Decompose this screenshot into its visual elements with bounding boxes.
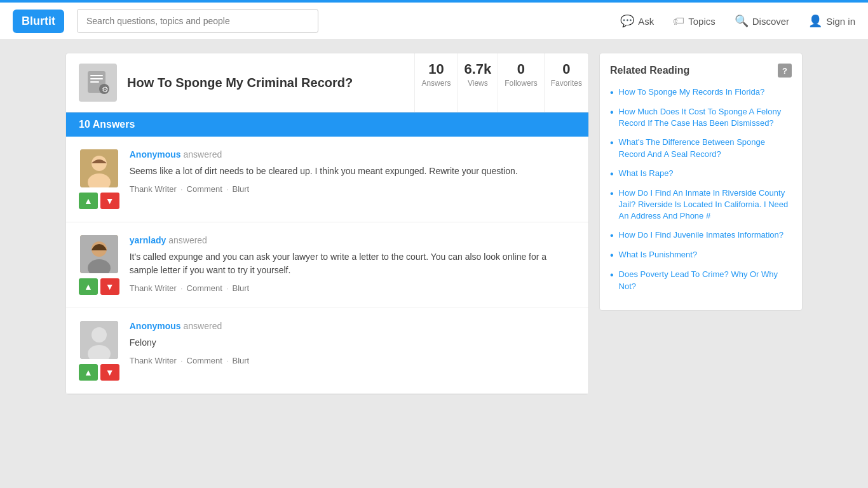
stat-followers: 0 Followers	[498, 53, 544, 112]
answer-meta-3: Anonymous answered	[130, 321, 576, 331]
list-item: • What's The Difference Between Sponge R…	[610, 137, 792, 159]
list-item: • How To Sponge My Records In Florida?	[610, 86, 792, 98]
thank-writer-2[interactable]: Thank Writer	[130, 283, 177, 293]
answer-left-2: ▲ ▼	[79, 235, 119, 295]
bullet-5: •	[610, 188, 614, 200]
comment-2[interactable]: Comment	[187, 283, 222, 293]
blurt-3[interactable]: Blurt	[233, 356, 250, 365]
avatar	[80, 235, 118, 273]
vote-buttons-2: ▲ ▼	[79, 278, 119, 295]
table-row: ▲ ▼ Anonymous answered Seems like a lot …	[66, 137, 588, 222]
related-link-4[interactable]: What Is Rape?	[619, 168, 674, 179]
topics-icon: 🏷	[673, 15, 684, 28]
answer-content-3: Anonymous answered Felony Thank Writer ·…	[130, 321, 576, 381]
nav-discover-label: Discover	[752, 16, 789, 27]
bullet-3: •	[610, 137, 614, 149]
table-row: ▲ ▼ Anonymous answered Felony Thank Writ…	[66, 308, 588, 394]
answer-meta-2: yarnlady answered	[130, 235, 576, 245]
bullet-7: •	[610, 250, 614, 261]
sidebar-title: Related Reading	[610, 65, 689, 76]
bullet-4: •	[610, 168, 614, 180]
header: Blurtit 💬 Ask 🏷 Topics 🔍 Discover 👤 Sign…	[0, 3, 868, 40]
related-link-3[interactable]: What's The Difference Between Sponge Rec…	[619, 137, 792, 159]
question-panel: ⚙ How To Sponge My Criminal Record? 10 A…	[65, 53, 589, 395]
related-link-5[interactable]: How Do I Find An Inmate In Riverside Cou…	[619, 187, 792, 222]
vote-buttons-1: ▲ ▼	[79, 193, 119, 209]
answer-text-3: Felony	[130, 336, 576, 349]
answers-count: 10	[421, 61, 451, 78]
help-icon[interactable]: ?	[778, 64, 792, 78]
list-item: • How Do I Find Juvenile Inmates Informa…	[610, 229, 792, 241]
favorites-label: Favorites	[551, 79, 582, 88]
comment-1[interactable]: Comment	[187, 184, 222, 194]
nav-links: 💬 Ask 🏷 Topics 🔍 Discover 👤 Sign in	[620, 14, 855, 28]
svg-text:⚙: ⚙	[102, 85, 109, 94]
answers-header: 10 Answers	[66, 112, 588, 137]
vote-down-1[interactable]: ▼	[100, 193, 119, 209]
bullet-6: •	[610, 230, 614, 241]
answer-text-1: Seems like a lot of dirt needs to be cle…	[130, 165, 576, 178]
nav-topics[interactable]: 🏷 Topics	[673, 15, 715, 28]
comment-3[interactable]: Comment	[187, 356, 222, 365]
answer-author-2[interactable]: yarnlady	[130, 235, 166, 245]
bullet-1: •	[610, 87, 614, 98]
answer-verb-1: answered	[184, 149, 222, 159]
logo[interactable]: Blurtit	[13, 10, 64, 33]
related-link-1[interactable]: How To Sponge My Records In Florida?	[619, 86, 765, 98]
vote-up-2[interactable]: ▲	[79, 278, 98, 295]
vote-down-2[interactable]: ▼	[100, 278, 119, 295]
followers-count: 0	[505, 61, 537, 78]
vote-up-3[interactable]: ▲	[79, 364, 98, 381]
avatar	[80, 149, 118, 187]
svg-rect-1	[90, 75, 103, 76]
answer-meta-1: Anonymous answered	[130, 149, 576, 159]
avatar	[80, 321, 118, 359]
nav-discover[interactable]: 🔍 Discover	[735, 14, 789, 28]
answer-verb-3: answered	[184, 321, 222, 331]
answers-label: Answers	[421, 79, 451, 88]
blurt-2[interactable]: Blurt	[233, 283, 250, 293]
list-item: • Does Poverty Lead To Crime? Why Or Why…	[610, 269, 792, 292]
answer-content-2: yarnlady answered It's called expunge an…	[130, 235, 576, 295]
thank-writer-3[interactable]: Thank Writer	[130, 356, 177, 365]
related-link-6[interactable]: How Do I Find Juvenile Inmates Informati…	[619, 229, 783, 241]
question-icon: ⚙	[79, 64, 117, 102]
answer-author-1[interactable]: Anonymous	[130, 149, 181, 159]
answers-header-text: 10 Answers	[79, 119, 135, 130]
nav-ask-label: Ask	[638, 16, 654, 27]
followers-label: Followers	[505, 79, 537, 88]
question-main-header: ⚙ How To Sponge My Criminal Record? 10 A…	[66, 53, 588, 112]
svg-rect-2	[90, 78, 103, 79]
list-item: • How Do I Find An Inmate In Riverside C…	[610, 187, 792, 222]
favorites-count: 0	[551, 61, 582, 78]
vote-up-1[interactable]: ▲	[79, 193, 98, 209]
stat-answers: 10 Answers	[415, 53, 458, 112]
nav-signin-label: Sign in	[826, 16, 855, 27]
list-item: • What Is Punishment?	[610, 249, 792, 261]
bullet-8: •	[610, 269, 614, 281]
answer-content-1: Anonymous answered Seems like a lot of d…	[130, 149, 576, 209]
answer-actions-1: Thank Writer · Comment · Blurt	[130, 184, 576, 194]
table-row: ▲ ▼ yarnlady answered It's called expung…	[66, 222, 588, 308]
answer-actions-2: Thank Writer · Comment · Blurt	[130, 283, 576, 293]
sidebar-header: Related Reading ?	[610, 64, 792, 78]
vote-down-3[interactable]: ▼	[100, 364, 119, 381]
related-list: • How To Sponge My Records In Florida? •…	[610, 86, 792, 292]
question-title: How To Sponge My Criminal Record?	[127, 76, 353, 90]
blurt-1[interactable]: Blurt	[233, 184, 250, 194]
nav-ask[interactable]: 💬 Ask	[620, 14, 654, 28]
answer-author-3[interactable]: Anonymous	[130, 321, 181, 331]
related-link-8[interactable]: Does Poverty Lead To Crime? Why Or Why N…	[619, 269, 792, 292]
views-label: Views	[464, 79, 491, 88]
search-input[interactable]	[77, 9, 318, 33]
related-link-2[interactable]: How Much Does It Cost To Sponge A Felony…	[619, 106, 792, 129]
signin-icon: 👤	[808, 14, 822, 28]
answer-verb-2: answered	[168, 235, 207, 245]
question-info: ⚙ How To Sponge My Criminal Record?	[66, 53, 414, 112]
thank-writer-1[interactable]: Thank Writer	[130, 184, 177, 194]
answer-left-1: ▲ ▼	[79, 149, 119, 209]
list-item: • How Much Does It Cost To Sponge A Felo…	[610, 106, 792, 129]
nav-signin[interactable]: 👤 Sign in	[808, 14, 855, 28]
views-count: 6.7k	[464, 61, 491, 78]
related-link-7[interactable]: What Is Punishment?	[619, 249, 698, 261]
